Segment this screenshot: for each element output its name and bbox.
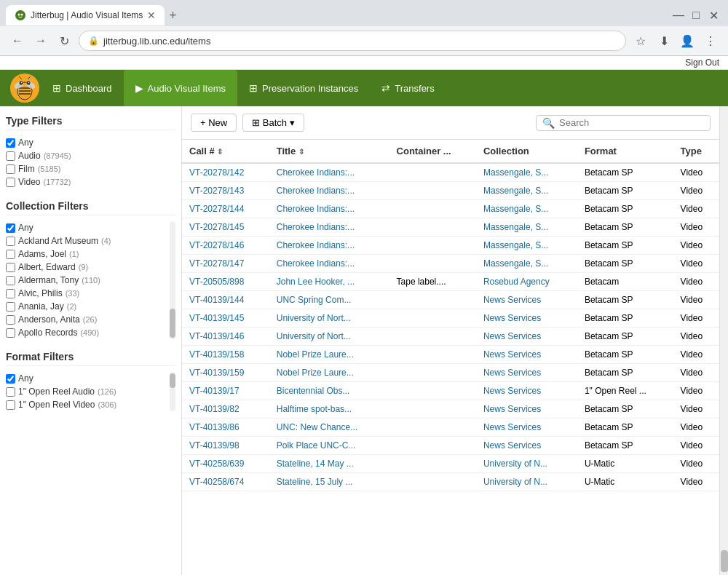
call-number-link[interactable]: VT-20278/143 [189,186,244,196]
format-scrollbar-thumb[interactable] [170,373,175,388]
collection-link[interactable]: News Services [483,313,541,323]
collection-filters-list[interactable]: Any Ackland Art Museum (4) Adams, Joel (… [6,221,175,339]
batch-button[interactable]: ⊞ Batch ▾ [242,114,304,132]
cell-call-number[interactable]: VT-40139/98 [182,437,269,455]
title-link[interactable]: Bicentennial Obs... [277,386,350,396]
cell-collection[interactable]: News Services [476,346,577,364]
cell-title[interactable]: Cherokee Indians:... [269,255,389,273]
cell-collection[interactable]: News Services [476,291,577,309]
call-number-link[interactable]: VT-20278/142 [189,167,244,178]
collection-link[interactable]: News Services [483,295,541,305]
title-link[interactable]: Cherokee Indians:... [277,167,355,178]
call-number-link[interactable]: VT-20278/145 [189,222,244,232]
format-filter-1-open-reel-video-checkbox[interactable] [6,400,15,410]
cell-collection[interactable]: Rosebud Agency [476,273,577,291]
close-window-button[interactable]: ✕ [705,7,722,24]
call-number-link[interactable]: VT-20278/144 [189,204,244,214]
title-link[interactable]: Nobel Prize Laure... [277,349,354,360]
collection-link[interactable]: Massengale, S... [483,222,548,232]
call-number-link[interactable]: VT-40139/145 [189,313,244,323]
collection-filter-ackland[interactable]: Ackland Art Museum (4) [6,234,168,247]
title-link[interactable]: Stateline, 14 May ... [277,459,354,469]
cell-call-number[interactable]: VT-20278/147 [182,255,269,273]
collection-filter-adams[interactable]: Adams, Joel (1) [6,247,168,261]
collection-link[interactable]: Massengale, S... [483,167,548,178]
title-link[interactable]: Polk Place UNC-C... [277,440,356,451]
collection-link[interactable]: Rosebud Agency [483,277,550,287]
title-link[interactable]: Cherokee Indians:... [277,258,355,269]
cell-call-number[interactable]: VT-40139/146 [182,328,269,346]
cell-collection[interactable]: News Services [476,419,577,437]
col-call-number[interactable]: Call # ⇕ [182,140,269,163]
call-number-link[interactable]: VT-40139/86 [189,422,240,432]
type-filter-video-checkbox[interactable] [6,178,15,187]
maximize-button[interactable]: □ [687,7,705,24]
new-button[interactable]: + New [191,114,237,132]
cell-call-number[interactable]: VT-40139/82 [182,400,269,419]
collection-filter-any[interactable]: Any [6,221,168,234]
collection-link[interactable]: News Services [483,331,541,341]
format-filter-1-open-reel-audio-checkbox[interactable] [6,387,15,397]
collection-filter-anania-checkbox[interactable] [6,302,15,312]
call-number-link[interactable]: VT-40139/82 [189,404,240,414]
cell-title[interactable]: Nobel Prize Laure... [269,364,389,382]
call-number-link[interactable]: VT-40258/674 [189,477,244,487]
collection-link[interactable]: News Services [483,349,541,360]
table-row[interactable]: VT-40139/82 Halftime spot-bas... News Se… [182,400,719,419]
cell-call-number[interactable]: VT-40139/159 [182,364,269,382]
collection-link[interactable]: News Services [483,404,541,414]
table-row[interactable]: VT-20278/143 Cherokee Indians:... Massen… [182,182,719,200]
table-row[interactable]: VT-40139/17 Bicentennial Obs... News Ser… [182,382,719,400]
format-filter-1-open-reel-audio[interactable]: 1" Open Reel Audio (126) [6,385,168,398]
cell-call-number[interactable]: VT-40139/86 [182,419,269,437]
collection-link[interactable]: Massengale, S... [483,240,548,250]
type-filter-any-checkbox[interactable] [6,138,15,148]
refresh-button[interactable]: ↻ [55,32,73,49]
table-row[interactable]: VT-20278/146 Cherokee Indians:... Massen… [182,237,719,255]
cell-title[interactable]: Cherokee Indians:... [269,237,389,255]
table-row[interactable]: VT-40139/159 Nobel Prize Laure... News S… [182,364,719,382]
collection-filter-anderson[interactable]: Anderson, Anita (26) [6,313,168,326]
title-link[interactable]: Nobel Prize Laure... [277,368,354,378]
table-row[interactable]: VT-20278/147 Cherokee Indians:... Massen… [182,255,719,273]
cell-title[interactable]: UNC: New Chance... [269,419,389,437]
call-number-link[interactable]: VT-20278/146 [189,240,244,250]
nav-tab-audio-visual[interactable]: ▶ Audio Visual Items [124,70,237,106]
call-number-link[interactable]: VT-40139/158 [189,349,244,360]
format-filter-any-checkbox[interactable] [6,374,15,384]
type-filter-audio-checkbox[interactable] [6,151,15,161]
collection-filter-adams-checkbox[interactable] [6,250,15,259]
collection-link[interactable]: News Services [483,386,541,396]
title-link[interactable]: UNC: New Chance... [277,422,357,432]
active-tab[interactable]: Jitterbug | Audio Visual Items ✕ [6,5,165,25]
sign-out-link[interactable]: Sign Out [685,58,719,68]
cell-call-number[interactable]: VT-40258/639 [182,455,269,473]
address-bar[interactable]: 🔒 jitterbug.lib.unc.edu/items [79,31,626,51]
collection-link[interactable]: Massengale, S... [483,258,548,269]
cell-title[interactable]: UNC Spring Com... [269,291,389,309]
cell-call-number[interactable]: VT-20278/143 [182,182,269,200]
title-link[interactable]: Cherokee Indians:... [277,222,355,232]
minimize-button[interactable]: — [670,7,687,24]
call-number-link[interactable]: VT-40139/17 [189,386,240,396]
nav-tab-transfers[interactable]: ⇄ Transfers [370,70,446,106]
cell-collection[interactable]: Massengale, S... [476,255,577,273]
cell-collection[interactable]: News Services [476,328,577,346]
cell-collection[interactable]: University of N... [476,455,577,473]
collection-filter-apollo[interactable]: Apollo Records (490) [6,326,168,339]
cell-collection[interactable]: Massengale, S... [476,218,577,237]
table-row[interactable]: VT-40139/86 UNC: New Chance... News Serv… [182,419,719,437]
cell-collection[interactable]: Massengale, S... [476,163,577,182]
menu-button[interactable]: ⋮ [702,32,719,49]
cell-title[interactable]: Stateline, 14 May ... [269,455,389,473]
cell-title[interactable]: Cherokee Indians:... [269,182,389,200]
bookmark-button[interactable]: ☆ [632,32,649,49]
collection-link[interactable]: University of N... [483,477,547,487]
table-row[interactable]: VT-40258/639 Stateline, 14 May ... Unive… [182,455,719,473]
type-filter-any[interactable]: Any [6,136,175,149]
collection-filter-any-checkbox[interactable] [6,223,15,233]
main-scrollbar[interactable] [719,106,728,575]
call-number-link[interactable]: VT-20505/898 [189,277,244,287]
collection-filter-alvic-checkbox[interactable] [6,289,15,298]
call-number-link[interactable]: VT-40139/159 [189,368,244,378]
